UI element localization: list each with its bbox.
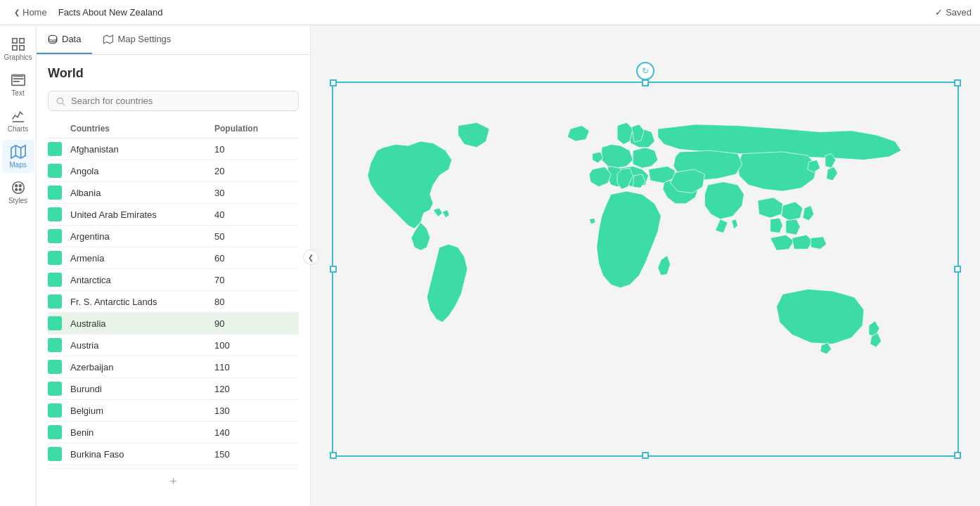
row-country: Armenia [70,253,214,264]
graphics-label: Graphics [4,53,32,61]
map-settings-label: Map Settings [117,34,171,44]
palette-icon [11,180,26,195]
row-country: United Arab Emirates [70,209,214,220]
sidebar-item-text[interactable]: Text [2,68,34,101]
row-color [48,382,70,396]
handle-top-center[interactable] [642,79,649,86]
color-swatch [48,403,62,417]
text-icon [11,72,26,88]
row-country: Angola [70,166,214,176]
table-row[interactable]: Antarctica 70 [48,269,299,291]
table-row[interactable]: Angola 20 [48,160,299,182]
panel-content: World Countries Population Afghanistan [37,55,310,506]
row-population: 100 [214,340,285,351]
handle-bottom-center[interactable] [642,452,649,459]
handle-bottom-left[interactable] [330,452,337,459]
handle-bottom-right[interactable] [954,452,961,459]
search-input[interactable] [71,96,291,106]
row-color [48,229,70,243]
row-color [48,186,70,200]
table-row[interactable]: Australia 90 [48,313,299,335]
world-title: World [48,66,299,81]
row-country: Belgium [70,406,214,416]
table-body: Afghanistan 10 Angola 20 Albania 30 Unit… [48,138,299,468]
data-tab-icon [48,34,58,44]
table-row[interactable]: United Arab Emirates 40 [48,204,299,226]
home-button[interactable]: ❮ Home [8,4,53,20]
row-country: Burkina Faso [70,449,214,460]
collapse-panel-button[interactable]: ❮ [303,249,318,265]
table-row[interactable]: Fr. S. Antarctic Lands 80 [48,291,299,313]
row-population: 140 [214,427,285,438]
svg-rect-0 [12,39,16,43]
row-population: 150 [214,449,285,460]
color-swatch [48,164,62,178]
row-country: Burundi [70,384,214,394]
data-table: Countries Population Afghanistan 10 Ango… [48,119,299,468]
svg-rect-3 [19,46,23,50]
svg-point-10 [15,185,17,187]
row-population: 80 [214,297,285,307]
handle-top-right[interactable] [954,79,961,86]
svg-point-12 [15,188,17,190]
sidebar-item-styles[interactable]: Styles [2,176,34,209]
color-swatch [48,142,62,156]
table-header: Countries Population [48,119,299,138]
plus-icon: + [169,474,177,489]
svg-point-15 [57,98,63,103]
svg-marker-6 [11,145,25,158]
header-extra [285,124,299,134]
styles-label: Styles [8,197,27,205]
table-row[interactable]: Argentina 50 [48,226,299,247]
color-swatch [48,447,62,461]
row-population: 10 [214,144,285,155]
row-country: Benin [70,427,214,438]
svg-point-13 [19,188,21,190]
table-row[interactable]: Benin 140 [48,422,299,443]
color-swatch [48,207,62,221]
color-swatch [48,425,62,439]
row-population: 110 [214,362,285,372]
row-color [48,251,70,265]
row-population: 90 [214,318,285,329]
row-color [48,164,70,178]
color-swatch [48,338,62,352]
row-color [48,273,70,287]
handle-middle-right[interactable] [954,266,961,273]
add-row-button[interactable]: + [48,468,299,495]
rotate-icon[interactable]: ↻ [636,62,655,80]
row-population: 120 [214,384,285,394]
svg-point-9 [12,182,24,194]
color-swatch [48,360,62,374]
row-population: 20 [214,166,285,176]
tab-map-settings[interactable]: Map Settings [92,25,182,54]
table-row[interactable]: Austria 100 [48,335,299,356]
handle-middle-left[interactable] [330,266,337,273]
color-swatch [48,186,62,200]
search-bar[interactable] [48,91,299,111]
row-country: Antarctica [70,275,214,285]
map-settings-icon [103,34,113,44]
sidebar-item-graphics[interactable]: Graphics [2,32,34,65]
panel-tabs: Data Map Settings [37,25,310,55]
sidebar-item-maps[interactable]: Maps [2,140,34,173]
handle-top-left[interactable] [330,79,337,86]
selection-box[interactable]: ↻ [332,82,959,457]
table-row[interactable]: Burundi 120 [48,378,299,400]
main-layout: Graphics Text Charts Maps [0,25,980,506]
row-color [48,447,70,461]
table-row[interactable]: Albania 30 [48,182,299,204]
header-color [48,124,70,134]
row-country: Afghanistan [70,144,214,155]
color-swatch [48,294,62,309]
row-color [48,403,70,417]
table-row[interactable]: Azerbaijan 110 [48,356,299,378]
table-row[interactable]: Burkina Faso 150 [48,443,299,465]
table-row[interactable]: Afghanistan 10 [48,138,299,160]
color-swatch [48,382,62,396]
table-row[interactable]: Armenia 60 [48,247,299,269]
sidebar-item-charts[interactable]: Charts [2,104,34,137]
row-population: 40 [214,209,285,220]
tab-data[interactable]: Data [37,25,92,54]
table-row[interactable]: Belgium 130 [48,400,299,422]
